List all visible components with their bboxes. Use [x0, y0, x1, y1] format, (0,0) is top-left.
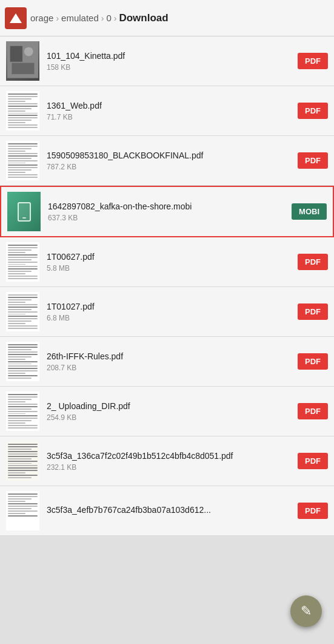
- file-thumbnail: [6, 41, 39, 81]
- file-size: 6.8 MB: [47, 314, 293, 322]
- table-row[interactable]: 1590509853180_BLACKBOOKFINAL.pdf 787.2 K…: [0, 136, 334, 186]
- file-name: 3c5f3a_4efb7b767ca24fb3ba07a103d612...: [47, 504, 293, 515]
- file-info: 1T00627.pdf 5.8 MB: [47, 251, 293, 273]
- table-row[interactable]: 3c5f3a_4efb7b767ca24fb3ba07a103d612... P…: [0, 486, 334, 536]
- file-name: 1361_Web.pdf: [47, 100, 293, 111]
- app-icon: [5, 7, 27, 29]
- breadcrumb-storage[interactable]: orage: [30, 13, 53, 23]
- pdf-button[interactable]: PDF: [298, 453, 328, 469]
- breadcrumb-sep-3: ›: [114, 13, 117, 23]
- breadcrumb-sep-2: ›: [101, 13, 104, 23]
- file-name: 101_104_Kinetta.pdf: [47, 50, 293, 61]
- file-thumbnail: [6, 391, 39, 431]
- file-size: 232.1 KB: [47, 463, 293, 472]
- mobi-button[interactable]: MOBI: [292, 203, 327, 220]
- pdf-button[interactable]: PDF: [298, 353, 328, 370]
- svg-point-3: [24, 47, 33, 56]
- table-row[interactable]: 2_ Uploading_DIR.pdf 254.9 KB PDF: [0, 387, 334, 436]
- breadcrumb-zero[interactable]: 0: [106, 13, 111, 23]
- file-info: 3c5f3a_136ca7f2c02f49b1b512c4bfb4c8d051.…: [47, 450, 293, 472]
- breadcrumb: orage › emulated › 0 › Download: [30, 12, 329, 24]
- table-row[interactable]: 1642897082_kafka-on-the-shore.mobi 637.3…: [0, 186, 334, 237]
- file-thumbnail: [6, 292, 39, 331]
- pdf-button[interactable]: PDF: [298, 303, 328, 320]
- file-thumbnail: [6, 91, 39, 130]
- table-row[interactable]: 101_104_Kinetta.pdf 158 KB PDF: [0, 36, 334, 86]
- pdf-button[interactable]: PDF: [298, 254, 328, 270]
- pdf-button[interactable]: PDF: [298, 403, 328, 419]
- file-size: 158 KB: [47, 63, 293, 72]
- file-name: 1590509853180_BLACKBOOKFINAL.pdf: [47, 150, 293, 161]
- file-size: 71.7 KB: [47, 113, 293, 121]
- edit-icon: ✎: [301, 605, 312, 618]
- file-size: 208.7 KB: [47, 364, 293, 372]
- file-info: 1590509853180_BLACKBOOKFINAL.pdf 787.2 K…: [47, 150, 293, 171]
- file-size: 254.9 KB: [47, 413, 293, 422]
- file-name: 1642897082_kafka-on-the-shore.mobi: [48, 201, 287, 212]
- pdf-button[interactable]: PDF: [298, 53, 328, 69]
- header: orage › emulated › 0 › Download: [0, 0, 334, 36]
- file-size: 637.3 KB: [48, 214, 287, 222]
- file-list: 101_104_Kinetta.pdf 158 KB PDF: [0, 36, 334, 536]
- file-thumbnail: [6, 242, 39, 282]
- file-thumbnail: [6, 441, 39, 481]
- breadcrumb-emulated[interactable]: emulated: [61, 13, 99, 23]
- breadcrumb-download[interactable]: Download: [119, 12, 168, 24]
- file-info: 3c5f3a_4efb7b767ca24fb3ba07a103d612...: [47, 504, 293, 517]
- file-info: 101_104_Kinetta.pdf 158 KB: [47, 50, 293, 72]
- pdf-button[interactable]: PDF: [298, 103, 328, 119]
- file-name: 26th-IFFK-Rules.pdf: [47, 351, 293, 362]
- file-info: 1361_Web.pdf 71.7 KB: [47, 100, 293, 121]
- table-row[interactable]: 3c5f3a_136ca7f2c02f49b1b512c4bfb4c8d051.…: [0, 436, 334, 486]
- table-row[interactable]: 1361_Web.pdf 71.7 KB PDF: [0, 86, 334, 136]
- file-info: 26th-IFFK-Rules.pdf 208.7 KB: [47, 351, 293, 372]
- svg-rect-2: [12, 63, 34, 75]
- table-row[interactable]: 1T01027.pdf 6.8 MB PDF: [0, 287, 334, 337]
- pdf-button[interactable]: PDF: [298, 503, 328, 519]
- table-row[interactable]: 26th-IFFK-Rules.pdf 208.7 KB PDF: [0, 337, 334, 387]
- file-name: 1T00627.pdf: [47, 251, 293, 262]
- file-name: 2_ Uploading_DIR.pdf: [47, 401, 293, 412]
- fab-edit-button[interactable]: ✎: [290, 595, 322, 627]
- phone-icon: [18, 202, 31, 222]
- file-info: 2_ Uploading_DIR.pdf 254.9 KB: [47, 401, 293, 422]
- file-thumbnail: [6, 491, 39, 530]
- file-name: 3c5f3a_136ca7f2c02f49b1b512c4bfb4c8d051.…: [47, 450, 293, 461]
- svg-rect-1: [10, 46, 22, 62]
- file-thumbnail: [7, 192, 41, 231]
- file-thumbnail: [6, 141, 39, 180]
- pdf-button[interactable]: PDF: [298, 152, 328, 169]
- file-size: 5.8 MB: [47, 264, 293, 273]
- file-info: 1642897082_kafka-on-the-shore.mobi 637.3…: [48, 201, 287, 222]
- file-info: 1T01027.pdf 6.8 MB: [47, 301, 293, 322]
- file-thumbnail: [6, 342, 39, 381]
- app-icon-shape: [10, 13, 22, 23]
- table-row[interactable]: 1T00627.pdf 5.8 MB PDF: [0, 237, 334, 287]
- file-size: 787.2 KB: [47, 163, 293, 171]
- file-name: 1T01027.pdf: [47, 301, 293, 312]
- breadcrumb-sep-1: ›: [56, 13, 59, 23]
